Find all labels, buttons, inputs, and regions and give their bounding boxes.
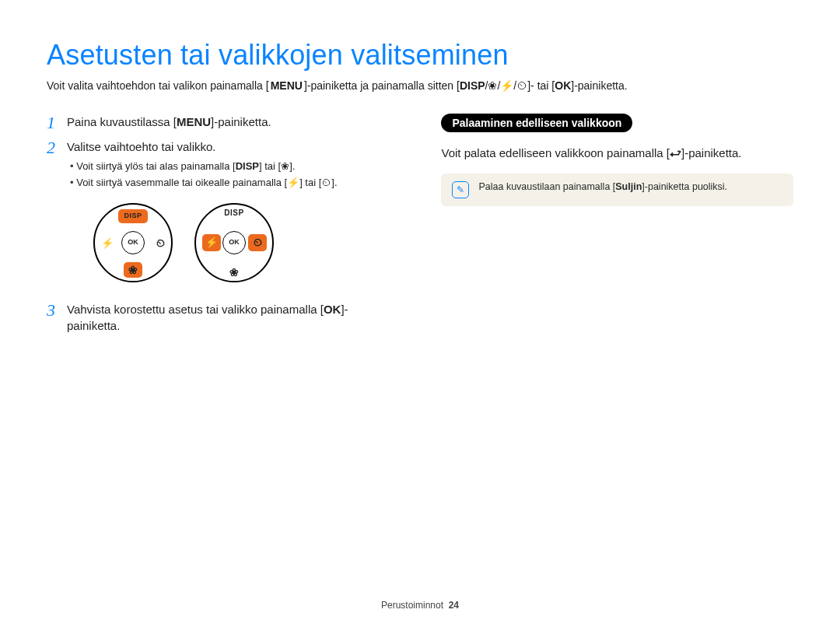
step-3: 3 Vahvista korostettu asetus tai valikko… [47,301,383,334]
ok-label: OK [324,303,341,316]
step-body: Vahvista korostettu asetus tai valikko p… [67,301,383,334]
text: ]-painiketta puoliksi. [642,181,727,192]
flash-icon: ⚡ [500,79,513,92]
text: Voit valita vaihtoehdon tai valikon pain… [47,79,269,92]
text: ] tai [ [299,177,321,188]
note-text: Palaa kuvaustilaan painamalla [Suljin]-p… [478,181,727,192]
step-2: 2 Valitse vaihtoehto tai valikko. Voit s… [47,138,383,294]
note-callout: ✎ Palaa kuvaustilaan painamalla [Suljin]… [441,173,793,206]
step-number: 1 [47,114,67,132]
text: Vahvista korostettu asetus tai valikko p… [67,303,324,316]
columns: 1 Paina kuvaustilassa [MENU]-painiketta.… [47,114,793,340]
page-number: 24 [449,600,459,611]
text: Voit palata edelliseen valikkoon painama… [441,146,670,159]
macro-icon: ❀ [488,79,497,92]
dial-bottom-highlight: ❀ [124,262,142,278]
dial-center: OK [121,231,145,254]
intro-paragraph: Voit valita vaihtoehdon tai valikon pain… [47,79,793,92]
dial-top-highlight: DISP [118,209,148,223]
page-footer: Perustoiminnot 24 [0,600,840,611]
document-page: Asetusten tai valikkojen valitseminen Vo… [0,0,840,634]
timer-icon: ⏲ [253,237,263,247]
left-column: 1 Paina kuvaustilassa [MENU]-painiketta.… [47,114,383,340]
ok-label: OK [555,79,571,92]
return-icon: ⮐ [670,146,681,159]
disp-label: DISP [124,212,142,219]
footer-label: Perustoiminnot [381,600,443,611]
text: ]-painiketta. [211,115,271,128]
disp-label: DISP [236,160,259,172]
flash-icon: ⚡ [205,237,218,247]
nav-dial-horizontal: DISP ⚡ ⏲ ❀ OK [194,203,274,282]
step-body: Paina kuvaustilassa [MENU]-painiketta. [67,114,271,130]
dial-right-highlight: ⏲ [248,234,267,251]
timer-icon: ⏲ [516,79,527,92]
text: Voit siirtyä ylös tai alas painamalla [ [76,160,235,172]
timer-icon: ⏲ [321,177,331,188]
page-title: Asetusten tai valikkojen valitseminen [47,39,793,72]
disp-label: DISP [460,79,485,92]
dial-right: ⏲ [156,237,166,247]
shutter-label: Suljin [615,181,642,192]
dial-bottom: ❀ [229,267,239,278]
note-icon: ✎ [452,181,469,198]
menu-label: MENU [177,115,211,128]
step-1: 1 Paina kuvaustilassa [MENU]-painiketta. [47,114,383,132]
bullet-item: Voit siirtyä ylös tai alas painamalla [D… [70,159,338,173]
text: ]. [331,177,337,188]
text: ] tai [ [259,160,281,172]
text: ]. [289,160,295,172]
text: ]-painiketta. [681,146,742,159]
text: Paina kuvaustilassa [ [67,115,177,128]
dial-center: OK [222,231,246,254]
text: ]-painiketta. [571,79,627,92]
text: ]-painiketta ja painamalla sitten [ [304,79,460,92]
steps-list: 1 Paina kuvaustilassa [MENU]-painiketta.… [47,114,383,334]
bullet-item: Voit siirtyä vasemmalle tai oikealle pai… [70,176,338,190]
flash-icon: ⚡ [287,177,299,188]
text: ]- tai [ [527,79,555,92]
macro-icon: ❀ [281,160,289,172]
return-paragraph: Voit palata edelliseen valikkoon painama… [441,146,793,159]
text: Voit siirtyä vasemmalle tai oikealle pai… [76,177,287,188]
section-pill: Palaaminen edelliseen valikkoon [441,114,632,132]
bullets: Voit siirtyä ylös tai alas painamalla [D… [70,159,338,190]
step-number: 3 [47,301,67,320]
nav-dial-vertical: DISP ⚡ ⏲ ❀ OK [93,203,173,282]
dial-left: ⚡ [101,237,114,247]
macro-icon: ❀ [128,264,138,275]
dial-left-highlight: ⚡ [202,234,221,251]
dial-top: DISP [224,209,243,217]
step-number: 2 [47,138,67,157]
dial-diagrams: DISP ⚡ ⏲ ❀ OK DISP ⚡ ⏲ ❀ [93,203,338,282]
right-column: Palaaminen edelliseen valikkoon Voit pal… [441,114,793,340]
text: Palaa kuvaustilaan painamalla [ [478,181,615,192]
text: Valitse vaihtoehto tai valikko. [67,140,216,153]
menu-label: MENU [269,79,304,92]
step-body: Valitse vaihtoehto tai valikko. Voit sii… [67,138,338,294]
